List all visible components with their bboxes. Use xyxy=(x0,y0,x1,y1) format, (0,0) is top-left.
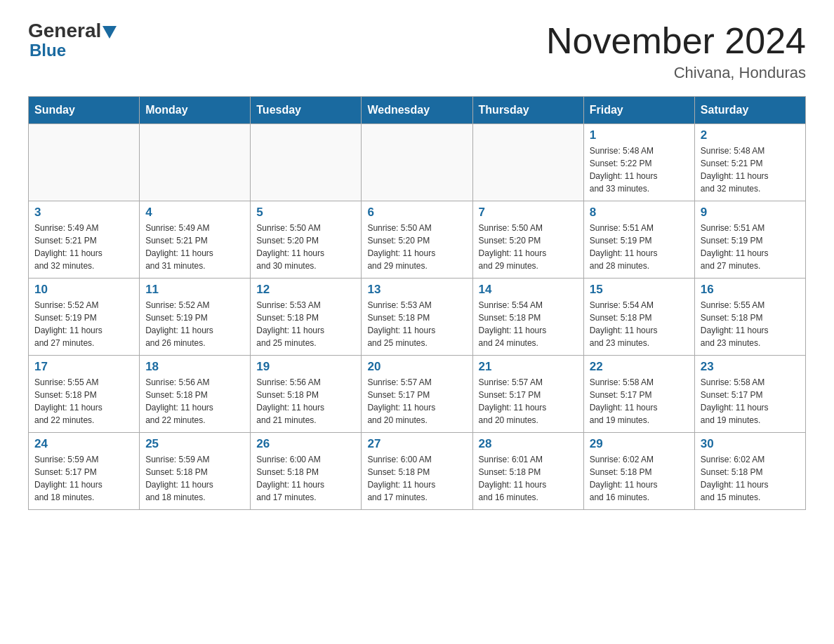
table-row: 15Sunrise: 5:54 AMSunset: 5:18 PMDayligh… xyxy=(583,279,694,356)
day-info: Sunrise: 5:55 AMSunset: 5:18 PMDaylight:… xyxy=(34,376,133,427)
day-info: Sunrise: 5:51 AMSunset: 5:19 PMDaylight:… xyxy=(701,222,800,272)
day-number: 28 xyxy=(479,437,578,451)
table-row: 29Sunrise: 6:02 AMSunset: 5:18 PMDayligh… xyxy=(583,433,694,510)
day-info: Sunrise: 5:50 AMSunset: 5:20 PMDaylight:… xyxy=(256,222,355,272)
table-row: 5Sunrise: 5:50 AMSunset: 5:20 PMDaylight… xyxy=(251,201,362,279)
table-row: 27Sunrise: 6:00 AMSunset: 5:18 PMDayligh… xyxy=(362,433,472,510)
day-info: Sunrise: 5:55 AMSunset: 5:18 PMDaylight:… xyxy=(701,299,800,349)
table-row: 3Sunrise: 5:49 AMSunset: 5:21 PMDaylight… xyxy=(29,201,140,279)
table-row: 12Sunrise: 5:53 AMSunset: 5:18 PMDayligh… xyxy=(251,279,362,356)
day-number: 18 xyxy=(145,360,244,374)
day-number: 26 xyxy=(256,437,355,451)
table-row: 9Sunrise: 5:51 AMSunset: 5:19 PMDaylight… xyxy=(694,201,805,279)
title-area: November 2024 Chivana, Honduras xyxy=(546,21,806,82)
day-number: 12 xyxy=(256,283,355,297)
day-info: Sunrise: 6:02 AMSunset: 5:18 PMDaylight:… xyxy=(701,453,800,504)
day-info: Sunrise: 5:54 AMSunset: 5:18 PMDaylight:… xyxy=(479,299,578,349)
weekday-header-saturday: Saturday xyxy=(694,97,805,124)
day-number: 11 xyxy=(145,283,244,297)
day-info: Sunrise: 5:59 AMSunset: 5:18 PMDaylight:… xyxy=(145,453,244,504)
day-info: Sunrise: 5:56 AMSunset: 5:18 PMDaylight:… xyxy=(256,376,355,427)
day-info: Sunrise: 5:50 AMSunset: 5:20 PMDaylight:… xyxy=(367,222,466,272)
table-row: 17Sunrise: 5:55 AMSunset: 5:18 PMDayligh… xyxy=(29,356,140,433)
week-row-1: 1Sunrise: 5:48 AMSunset: 5:22 PMDaylight… xyxy=(29,124,806,201)
day-info: Sunrise: 6:02 AMSunset: 5:18 PMDaylight:… xyxy=(590,453,689,504)
day-info: Sunrise: 5:59 AMSunset: 5:17 PMDaylight:… xyxy=(34,453,133,504)
table-row: 2Sunrise: 5:48 AMSunset: 5:21 PMDaylight… xyxy=(694,124,805,201)
week-row-4: 17Sunrise: 5:55 AMSunset: 5:18 PMDayligh… xyxy=(29,356,806,433)
day-number: 14 xyxy=(479,283,578,297)
day-number: 22 xyxy=(590,360,689,374)
day-number: 2 xyxy=(701,128,800,142)
table-row xyxy=(251,124,362,201)
day-info: Sunrise: 5:48 AMSunset: 5:21 PMDaylight:… xyxy=(701,145,800,195)
table-row: 14Sunrise: 5:54 AMSunset: 5:18 PMDayligh… xyxy=(472,279,583,356)
day-info: Sunrise: 6:00 AMSunset: 5:18 PMDaylight:… xyxy=(367,453,466,504)
location-title: Chivana, Honduras xyxy=(546,64,806,82)
day-number: 4 xyxy=(145,206,244,220)
weekday-header-tuesday: Tuesday xyxy=(251,97,362,124)
day-info: Sunrise: 5:52 AMSunset: 5:19 PMDaylight:… xyxy=(145,299,244,349)
weekday-header-row: SundayMondayTuesdayWednesdayThursdayFrid… xyxy=(29,97,806,124)
month-title: November 2024 xyxy=(546,21,806,61)
header: General Blue November 2024 Chivana, Hond… xyxy=(28,21,806,82)
weekday-header-friday: Friday xyxy=(583,97,694,124)
day-number: 27 xyxy=(367,437,466,451)
day-number: 13 xyxy=(367,283,466,297)
table-row: 7Sunrise: 5:50 AMSunset: 5:20 PMDaylight… xyxy=(472,201,583,279)
table-row: 30Sunrise: 6:02 AMSunset: 5:18 PMDayligh… xyxy=(694,433,805,510)
table-row: 18Sunrise: 5:56 AMSunset: 5:18 PMDayligh… xyxy=(140,356,251,433)
table-row xyxy=(362,124,472,201)
table-row: 13Sunrise: 5:53 AMSunset: 5:18 PMDayligh… xyxy=(362,279,472,356)
day-number: 30 xyxy=(701,437,800,451)
table-row: 21Sunrise: 5:57 AMSunset: 5:17 PMDayligh… xyxy=(472,356,583,433)
day-number: 6 xyxy=(367,206,466,220)
table-row: 22Sunrise: 5:58 AMSunset: 5:17 PMDayligh… xyxy=(583,356,694,433)
day-number: 5 xyxy=(256,206,355,220)
table-row: 10Sunrise: 5:52 AMSunset: 5:19 PMDayligh… xyxy=(29,279,140,356)
day-info: Sunrise: 6:00 AMSunset: 5:18 PMDaylight:… xyxy=(256,453,355,504)
table-row xyxy=(140,124,251,201)
table-row: 4Sunrise: 5:49 AMSunset: 5:21 PMDaylight… xyxy=(140,201,251,279)
table-row: 28Sunrise: 6:01 AMSunset: 5:18 PMDayligh… xyxy=(472,433,583,510)
day-info: Sunrise: 5:53 AMSunset: 5:18 PMDaylight:… xyxy=(256,299,355,349)
day-number: 8 xyxy=(590,206,689,220)
table-row: 6Sunrise: 5:50 AMSunset: 5:20 PMDaylight… xyxy=(362,201,472,279)
day-info: Sunrise: 5:56 AMSunset: 5:18 PMDaylight:… xyxy=(145,376,244,427)
logo-triangle-icon xyxy=(102,26,117,39)
logo: General Blue xyxy=(28,21,118,60)
day-number: 3 xyxy=(34,206,133,220)
day-info: Sunrise: 5:58 AMSunset: 5:17 PMDaylight:… xyxy=(701,376,800,427)
day-info: Sunrise: 5:49 AMSunset: 5:21 PMDaylight:… xyxy=(145,222,244,272)
table-row xyxy=(29,124,140,201)
week-row-2: 3Sunrise: 5:49 AMSunset: 5:21 PMDaylight… xyxy=(29,201,806,279)
day-number: 9 xyxy=(701,206,800,220)
weekday-header-wednesday: Wednesday xyxy=(362,97,472,124)
table-row: 8Sunrise: 5:51 AMSunset: 5:19 PMDaylight… xyxy=(583,201,694,279)
day-number: 20 xyxy=(367,360,466,374)
table-row: 19Sunrise: 5:56 AMSunset: 5:18 PMDayligh… xyxy=(251,356,362,433)
day-info: Sunrise: 5:48 AMSunset: 5:22 PMDaylight:… xyxy=(590,145,689,195)
day-info: Sunrise: 5:53 AMSunset: 5:18 PMDaylight:… xyxy=(367,299,466,349)
day-number: 19 xyxy=(256,360,355,374)
day-info: Sunrise: 5:51 AMSunset: 5:19 PMDaylight:… xyxy=(590,222,689,272)
weekday-header-sunday: Sunday xyxy=(29,97,140,124)
table-row xyxy=(472,124,583,201)
logo-blue-text: Blue xyxy=(29,41,66,60)
table-row: 11Sunrise: 5:52 AMSunset: 5:19 PMDayligh… xyxy=(140,279,251,356)
day-number: 10 xyxy=(34,283,133,297)
day-info: Sunrise: 5:49 AMSunset: 5:21 PMDaylight:… xyxy=(34,222,133,272)
week-row-5: 24Sunrise: 5:59 AMSunset: 5:17 PMDayligh… xyxy=(29,433,806,510)
calendar-table: SundayMondayTuesdayWednesdayThursdayFrid… xyxy=(28,96,806,510)
weekday-header-monday: Monday xyxy=(140,97,251,124)
logo-general-text: General xyxy=(28,21,101,41)
day-number: 21 xyxy=(479,360,578,374)
table-row: 23Sunrise: 5:58 AMSunset: 5:17 PMDayligh… xyxy=(694,356,805,433)
day-number: 17 xyxy=(34,360,133,374)
day-number: 24 xyxy=(34,437,133,451)
day-info: Sunrise: 5:57 AMSunset: 5:17 PMDaylight:… xyxy=(479,376,578,427)
day-number: 1 xyxy=(590,128,689,142)
table-row: 26Sunrise: 6:00 AMSunset: 5:18 PMDayligh… xyxy=(251,433,362,510)
table-row: 25Sunrise: 5:59 AMSunset: 5:18 PMDayligh… xyxy=(140,433,251,510)
day-info: Sunrise: 5:52 AMSunset: 5:19 PMDaylight:… xyxy=(34,299,133,349)
